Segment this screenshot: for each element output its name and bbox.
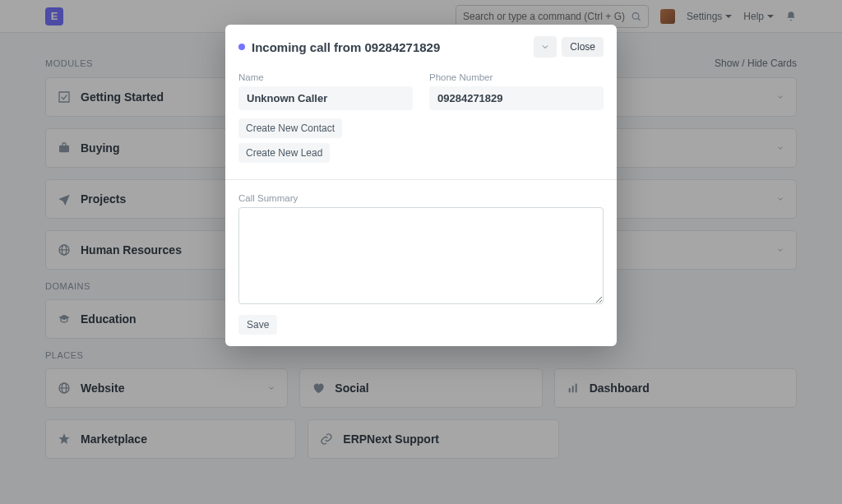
chevron-down-icon [540, 42, 550, 52]
name-label: Name [238, 72, 413, 82]
modal-title: Incoming call from 09284271829 [252, 40, 534, 54]
call-summary-input[interactable] [238, 207, 604, 304]
collapse-button[interactable] [534, 36, 557, 58]
caller-name-value: Unknown Caller [238, 86, 413, 110]
incoming-call-modal: Incoming call from 09284271829 Close Nam… [225, 25, 617, 346]
save-button[interactable]: Save [238, 315, 277, 335]
modal-overlay: Incoming call from 09284271829 Close Nam… [0, 0, 842, 504]
close-button[interactable]: Close [562, 37, 604, 57]
create-lead-button[interactable]: Create New Lead [238, 143, 330, 163]
modal-header: Incoming call from 09284271829 Close [225, 25, 617, 69]
modal-body: Name Unknown Caller Phone Number 0928427… [225, 69, 617, 346]
call-summary-label: Call Summary [238, 193, 604, 203]
phone-label: Phone Number [429, 72, 604, 82]
divider [225, 179, 617, 180]
phone-number-value: 09284271829 [429, 86, 604, 110]
call-indicator-icon [238, 44, 245, 50]
create-contact-button[interactable]: Create New Contact [238, 118, 342, 138]
